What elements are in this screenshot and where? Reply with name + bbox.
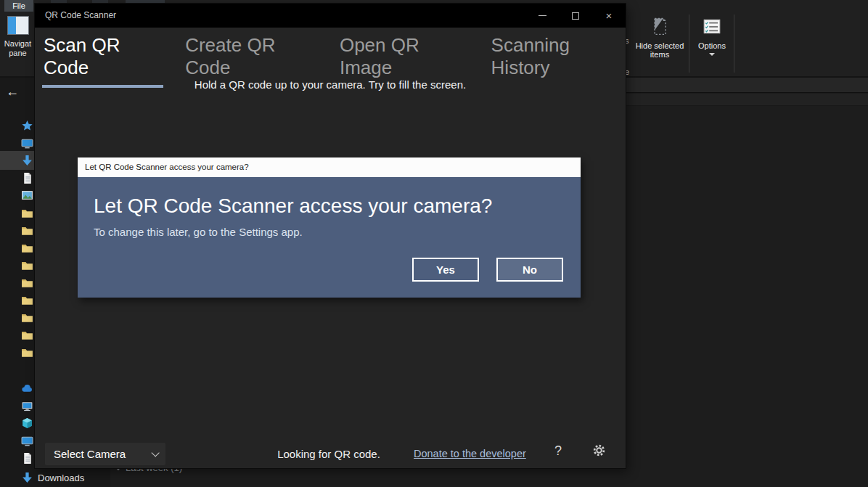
this-pc-icon[interactable] (21, 400, 33, 412)
folder-icon[interactable] (21, 330, 33, 342)
folder-icon[interactable] (21, 225, 33, 237)
camera-instruction-text: Hold a QR code up to your camera. Try to… (35, 78, 626, 91)
navigation-pane-button[interactable]: Navigat pane (1, 16, 34, 58)
donate-link[interactable]: Donate to the developer (414, 448, 526, 459)
3d-objects-cube-icon[interactable] (21, 417, 33, 430)
navigation-pane-label-line2: pane (1, 49, 34, 58)
close-button[interactable]: × (592, 4, 626, 28)
maximize-button[interactable] (559, 4, 592, 28)
onedrive-cloud-icon[interactable] (21, 382, 33, 395)
minimize-button[interactable] (525, 4, 559, 28)
navigation-pane-label-line1: Navigat (1, 39, 34, 49)
folder-icon[interactable] (21, 277, 33, 290)
quick-access-star-icon[interactable] (21, 120, 33, 132)
ribbon-tab-fragment (92, 0, 108, 3)
select-camera-label: Select Camera (54, 448, 126, 460)
ribbon-tab-fragment (51, 0, 67, 3)
dialog-buttons: Yes No (412, 258, 563, 282)
back-arrow-icon[interactable]: ← (6, 85, 19, 98)
select-camera-dropdown[interactable]: Select Camera (45, 443, 165, 465)
hide-selected-items-icon (649, 16, 671, 38)
downloads-icon[interactable] (21, 472, 33, 484)
dialog-subtext: To change this later, go to the Settings… (94, 226, 303, 238)
dialog-titlebar: Let QR Code Scanner access your camera? (78, 157, 581, 177)
maximize-icon (572, 12, 579, 20)
chevron-down-icon (151, 449, 159, 457)
folder-icon[interactable] (21, 295, 33, 307)
options-button[interactable]: Options (689, 16, 734, 56)
yes-button[interactable]: Yes (412, 258, 479, 282)
qr-window-titlebar[interactable]: QR Code Scanner × (35, 4, 626, 28)
documents-icon[interactable] (21, 172, 33, 184)
status-text: Looking for QR code. (277, 448, 380, 460)
ribbon-separator (734, 15, 734, 73)
folder-icon[interactable] (21, 242, 33, 255)
folder-icon[interactable] (21, 260, 33, 272)
chevron-down-icon (709, 53, 715, 56)
hide-selected-items-label-line1: Hide selected (631, 41, 688, 50)
help-icon[interactable]: ? (554, 443, 562, 459)
no-button[interactable]: No (496, 258, 563, 282)
documents-icon[interactable] (21, 452, 33, 465)
qr-window-title: QR Code Scanner (45, 10, 116, 20)
dialog-heading: Let QR Code Scanner access your camera? (94, 195, 492, 218)
folder-icon[interactable] (21, 347, 33, 359)
hide-selected-items-label-line2: items (631, 50, 688, 59)
options-label: Options (689, 41, 734, 50)
gear-icon[interactable] (592, 443, 606, 460)
pictures-icon[interactable] (21, 189, 33, 202)
desktop-icon[interactable] (21, 435, 33, 447)
downloads-icon[interactable] (21, 155, 33, 167)
folder-icon[interactable] (21, 312, 33, 324)
navigation-pane-icon (7, 16, 29, 35)
dialog-body: Let QR Code Scanner access your camera? … (78, 177, 581, 298)
hide-selected-items-button[interactable]: Hide selected items (631, 16, 688, 59)
window-controls: × (525, 4, 626, 28)
desktop-icon[interactable] (21, 137, 33, 150)
minimize-icon (539, 15, 546, 16)
camera-permission-dialog: Let QR Code Scanner access your camera? … (78, 157, 581, 298)
folder-icon[interactable] (21, 208, 33, 220)
options-icon (702, 16, 722, 38)
close-icon: × (606, 10, 613, 21)
file-menu-tab[interactable]: File (4, 0, 33, 12)
sidebar-item-downloads[interactable]: Downloads (38, 472, 84, 483)
